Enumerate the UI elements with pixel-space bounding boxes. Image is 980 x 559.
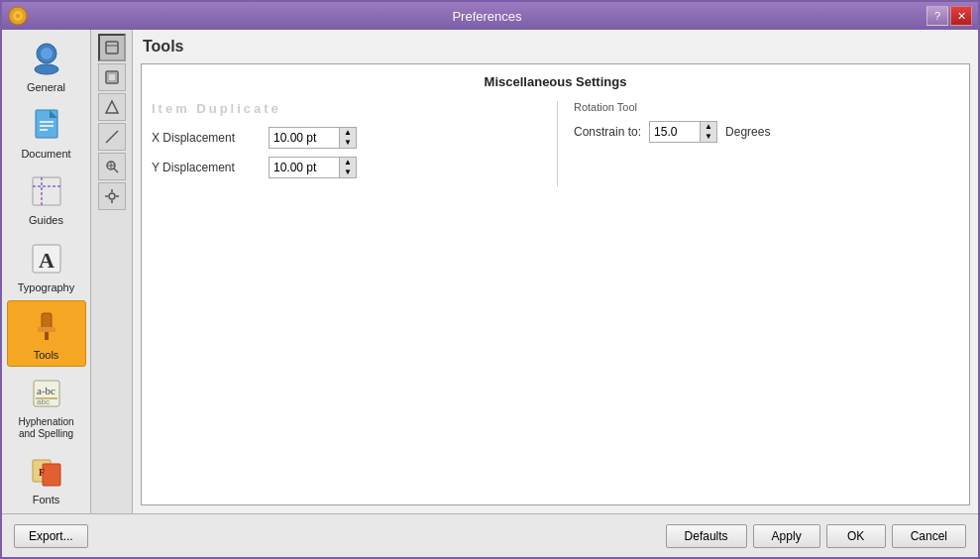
- svg-text:F: F: [39, 467, 45, 478]
- y-displacement-input[interactable]: [270, 159, 339, 176]
- tool-btn-settings[interactable]: [98, 182, 126, 210]
- content-area: General Document: [2, 30, 978, 513]
- document-icon: [26, 104, 67, 146]
- typography-icon: A: [26, 238, 67, 280]
- sidebar-label-fonts: Fonts: [33, 494, 60, 506]
- svg-text:abc: abc: [37, 397, 50, 406]
- svg-rect-6: [36, 110, 57, 138]
- tool-btn-zoom[interactable]: [98, 153, 126, 180]
- sidebar-item-document[interactable]: Document: [7, 100, 86, 165]
- x-displacement-input-group: ▲ ▼: [269, 127, 357, 149]
- sidebar-label-general: General: [27, 81, 65, 94]
- sidebar-item-general[interactable]: General: [7, 34, 86, 98]
- sidebar: General Document: [2, 30, 91, 513]
- y-displacement-down[interactable]: ▼: [340, 168, 356, 177]
- sidebar-item-hyphenation[interactable]: a-bc abc Hyphenation and Spelling: [7, 369, 86, 444]
- svg-point-2: [16, 14, 20, 18]
- svg-rect-11: [33, 177, 60, 205]
- settings-row: Item Duplicate X Displacement ▲ ▼: [152, 101, 959, 186]
- apply-button[interactable]: Apply: [753, 524, 820, 548]
- degrees-label: Degrees: [725, 125, 770, 139]
- x-displacement-label: X Displacement: [152, 131, 261, 145]
- x-displacement-down[interactable]: ▼: [340, 138, 356, 148]
- rotation-section: Rotation Tool Constrain to: ▲ ▼ Degrees: [557, 101, 959, 186]
- close-button[interactable]: ✕: [950, 6, 972, 26]
- svg-point-40: [109, 193, 115, 199]
- item-duplicate-area: Item Duplicate: [152, 101, 537, 121]
- svg-line-37: [114, 168, 118, 172]
- tool-btn-select[interactable]: [98, 34, 126, 61]
- constrain-label: Constrain to:: [574, 125, 641, 139]
- constrain-input-group: ▲ ▼: [649, 121, 717, 143]
- right-buttons: Defaults Apply OK Cancel: [666, 524, 966, 548]
- hyphenation-icon: a-bc abc: [26, 373, 67, 414]
- constrain-input[interactable]: [650, 123, 700, 141]
- y-displacement-input-group: ▲ ▼: [269, 157, 357, 178]
- sidebar-label-document: Document: [21, 148, 70, 161]
- guides-icon: [26, 170, 67, 212]
- y-displacement-spinner: ▲ ▼: [339, 158, 356, 177]
- cancel-button[interactable]: Cancel: [892, 524, 966, 548]
- svg-marker-34: [106, 101, 118, 113]
- sidebar-item-fonts[interactable]: F Fonts: [7, 446, 86, 510]
- svg-line-35: [106, 131, 118, 143]
- help-button[interactable]: ?: [926, 6, 948, 26]
- svg-rect-24: [43, 464, 60, 486]
- x-displacement-spinner: ▲ ▼: [339, 128, 356, 148]
- constrain-row: Constrain to: ▲ ▼ Degrees: [574, 121, 959, 143]
- tools-icons-panel: [91, 30, 133, 513]
- app-icon: [8, 6, 28, 26]
- sidebar-label-hyphenation: Hyphenation and Spelling: [18, 416, 73, 440]
- svg-text:A: A: [39, 248, 54, 273]
- main-panel: Tools Miscellaneous Settings Item Duplic…: [133, 30, 978, 513]
- constrain-down[interactable]: ▼: [701, 132, 716, 142]
- svg-point-5: [35, 64, 58, 74]
- item-duplicate-section: Item Duplicate X Displacement ▲ ▼: [152, 101, 537, 186]
- x-displacement-input[interactable]: [270, 129, 339, 147]
- export-button[interactable]: Export...: [14, 524, 88, 548]
- svg-rect-17: [38, 327, 55, 332]
- fonts-icon: F: [26, 450, 67, 492]
- general-icon: [26, 38, 67, 79]
- tool-btn-shape[interactable]: [98, 93, 126, 121]
- sidebar-label-tools: Tools: [34, 349, 59, 362]
- sidebar-item-tools[interactable]: Tools: [7, 300, 86, 367]
- y-displacement-row: Y Displacement ▲ ▼: [152, 157, 537, 178]
- x-displacement-row: X Displacement ▲ ▼: [152, 127, 537, 149]
- sidebar-item-typography[interactable]: A Typography: [7, 234, 86, 298]
- sidebar-item-guides[interactable]: Guides: [7, 167, 86, 231]
- svg-rect-30: [106, 42, 118, 54]
- tool-btn-image[interactable]: [98, 63, 126, 91]
- bottom-bar: Export... Defaults Apply OK Cancel: [2, 513, 978, 557]
- svg-rect-16: [42, 313, 52, 329]
- sidebar-label-typography: Typography: [18, 281, 74, 294]
- tool-btn-line[interactable]: [98, 123, 126, 151]
- panel-title: Tools: [141, 38, 970, 56]
- svg-point-4: [41, 48, 53, 59]
- sidebar-label-guides: Guides: [29, 214, 63, 227]
- window-controls: ? ✕: [926, 6, 972, 26]
- svg-rect-33: [108, 73, 116, 81]
- item-duplicate-watermark: Item Duplicate: [152, 101, 281, 116]
- preferences-window: Preferences ? ✕ General: [0, 0, 980, 559]
- window-title: Preferences: [48, 9, 926, 24]
- tools-icon: [26, 305, 67, 347]
- misc-settings-title: Miscellaneous Settings: [152, 74, 959, 89]
- ok-button[interactable]: OK: [826, 524, 886, 548]
- rotation-title: Rotation Tool: [574, 101, 959, 113]
- constrain-up[interactable]: ▲: [701, 122, 716, 132]
- misc-settings-box: Miscellaneous Settings Item Duplicate X …: [141, 63, 970, 505]
- svg-text:a-bc: a-bc: [37, 385, 55, 396]
- titlebar: Preferences ? ✕: [2, 2, 978, 30]
- constrain-spinner: ▲ ▼: [700, 122, 716, 142]
- x-displacement-up[interactable]: ▲: [340, 128, 356, 138]
- y-displacement-label: Y Displacement: [152, 161, 261, 174]
- y-displacement-up[interactable]: ▲: [340, 158, 356, 168]
- defaults-button[interactable]: Defaults: [666, 524, 747, 548]
